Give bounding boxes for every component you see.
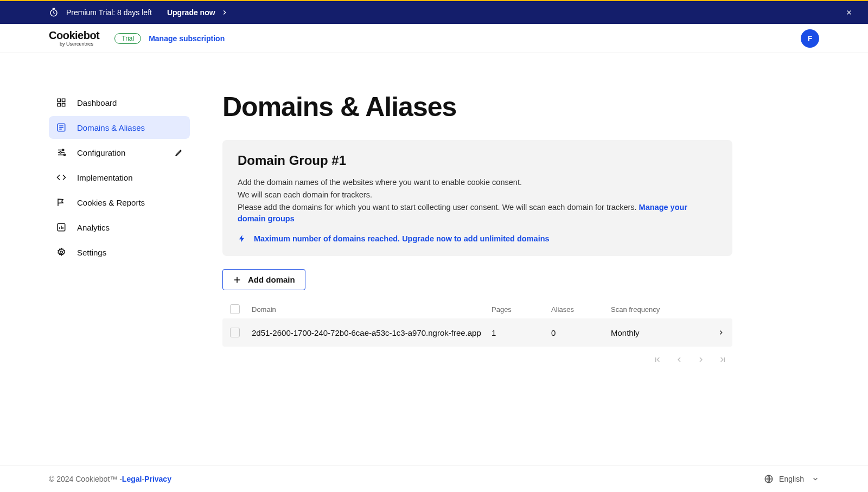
trial-text: Premium Trial: 8 days left <box>66 8 152 17</box>
code-icon <box>56 172 67 182</box>
main-content: Domains & Aliases Domain Group #1 Add th… <box>222 91 732 443</box>
svg-rect-3 <box>58 104 60 106</box>
sidebar-item-label: Settings <box>77 248 106 257</box>
sidebar: Dashboard Domains & Aliases Configuratio… <box>49 91 190 443</box>
svg-rect-1 <box>58 99 60 101</box>
logo-sub: by Usercentrics <box>60 42 110 47</box>
globe-icon <box>764 474 774 484</box>
svg-rect-2 <box>62 99 65 101</box>
add-domain-button[interactable]: Add domain <box>222 269 305 290</box>
col-pages: Pages <box>492 305 551 314</box>
sidebar-item-dashboard[interactable]: Dashboard <box>49 91 190 114</box>
sidebar-item-cookies-reports[interactable]: Cookies & Reports <box>49 191 190 214</box>
sidebar-item-settings[interactable]: Settings <box>49 241 190 264</box>
chart-icon <box>56 222 67 232</box>
upgrade-now-link[interactable]: Upgrade now <box>167 8 228 17</box>
dashboard-icon <box>56 98 67 107</box>
logo[interactable]: Cookiebot by Usercentrics <box>49 30 99 47</box>
manage-subscription-link[interactable]: Manage subscription <box>149 34 225 43</box>
svg-point-7 <box>60 152 61 154</box>
trial-pill: Trial <box>114 33 141 44</box>
svg-rect-4 <box>62 104 65 106</box>
svg-point-10 <box>60 251 63 254</box>
prev-page-button[interactable] <box>675 355 684 364</box>
timer-icon <box>49 8 59 17</box>
sidebar-item-label: Configuration <box>77 148 125 157</box>
trial-banner: Premium Trial: 8 days left Upgrade now <box>0 0 868 24</box>
language-selector[interactable]: English <box>764 474 819 484</box>
col-scan-frequency: Scan frequency <box>611 305 698 314</box>
upgrade-notice-text: Maximum number of domains reached. Upgra… <box>254 234 550 243</box>
last-page-button[interactable] <box>718 355 727 364</box>
logo-main: Cookiebot <box>49 30 99 41</box>
next-page-button[interactable] <box>697 355 705 364</box>
desc-line: Add the domain names of the websites whe… <box>238 177 717 188</box>
sidebar-item-label: Analytics <box>77 223 110 232</box>
chevron-down-icon <box>812 475 819 483</box>
edit-icon[interactable] <box>175 148 183 157</box>
list-icon <box>56 123 67 132</box>
bolt-icon <box>238 234 246 243</box>
sidebar-item-implementation[interactable]: Implementation <box>49 166 190 189</box>
plus-icon <box>233 276 241 284</box>
sidebar-item-label: Domains & Aliases <box>77 123 145 132</box>
sidebar-item-analytics[interactable]: Analytics <box>49 216 190 239</box>
col-aliases: Aliases <box>551 305 611 314</box>
footer: © 2024 Cookiebot™ - Legal - Privacy Engl… <box>0 465 868 492</box>
pagination <box>222 355 732 364</box>
group-description: Add the domain names of the websites whe… <box>238 177 717 225</box>
chevron-right-icon <box>221 9 228 16</box>
body: Dashboard Domains & Aliases Configuratio… <box>0 53 868 465</box>
user-avatar[interactable]: F <box>801 29 819 48</box>
page-title: Domains & Aliases <box>222 91 732 123</box>
cell-domain: 2d51-2600-1700-240-72b0-6cae-a53c-1c3-a9… <box>252 328 492 337</box>
upgrade-now-label: Upgrade now <box>167 8 215 17</box>
row-expand-button[interactable] <box>698 329 725 336</box>
group-title: Domain Group #1 <box>238 153 717 168</box>
gear-icon <box>56 247 67 257</box>
app-header: Cookiebot by Usercentrics Trial Manage s… <box>0 24 868 53</box>
col-domain: Domain <box>252 305 492 314</box>
cell-aliases: 0 <box>551 328 611 337</box>
domain-table: Domain Pages Aliases Scan frequency 2d51… <box>222 300 732 347</box>
domain-group-card: Domain Group #1 Add the domain names of … <box>222 140 732 256</box>
privacy-link[interactable]: Privacy <box>144 475 171 483</box>
cell-pages: 1 <box>492 328 551 337</box>
sidebar-item-label: Dashboard <box>77 98 117 107</box>
table-header: Domain Pages Aliases Scan frequency <box>222 300 732 318</box>
copyright-text: © 2024 Cookiebot™ - <box>49 475 122 483</box>
add-domain-label: Add domain <box>248 275 295 284</box>
desc-line: Please add the domains for which you wan… <box>238 202 717 225</box>
sidebar-item-configuration[interactable]: Configuration <box>49 141 190 164</box>
upgrade-notice-link[interactable]: Maximum number of domains reached. Upgra… <box>238 234 717 243</box>
legal-link[interactable]: Legal <box>122 475 142 483</box>
desc-line: We will scan each domain for trackers. <box>238 189 717 201</box>
flag-icon <box>56 197 67 207</box>
row-checkbox[interactable] <box>230 328 240 337</box>
svg-point-6 <box>62 149 64 151</box>
sidebar-item-label: Cookies & Reports <box>77 198 145 207</box>
select-all-checkbox[interactable] <box>230 304 240 314</box>
table-row[interactable]: 2d51-2600-1700-240-72b0-6cae-a53c-1c3-a9… <box>222 318 732 347</box>
language-label: English <box>779 475 804 483</box>
first-page-button[interactable] <box>653 355 662 364</box>
sliders-icon <box>56 148 67 157</box>
close-banner-button[interactable] <box>845 9 853 16</box>
sidebar-item-domains-aliases[interactable]: Domains & Aliases <box>49 116 190 139</box>
sidebar-item-label: Implementation <box>77 173 133 182</box>
cell-scan-frequency: Monthly <box>611 328 698 337</box>
